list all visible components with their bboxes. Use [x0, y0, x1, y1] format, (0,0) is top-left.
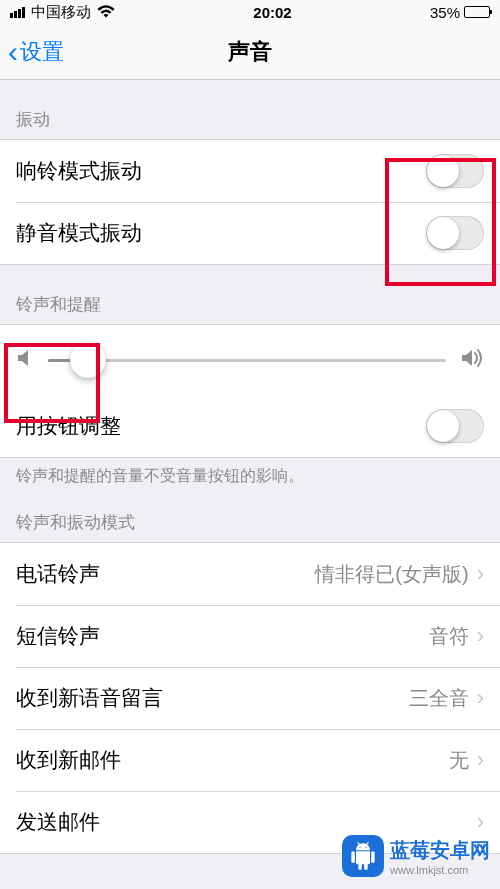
volume-high-icon [460, 348, 484, 372]
row-text-tone[interactable]: 短信铃声 音符 › [0, 605, 500, 667]
watermark: 蓝莓安卓网 www.lmkjst.com [342, 835, 490, 877]
chevron-right-icon: › [477, 561, 484, 587]
row-ringtone[interactable]: 电话铃声 情非得已(女声版) › [0, 543, 500, 605]
switch-change-with-buttons[interactable] [426, 409, 484, 443]
carrier-label: 中国移动 [31, 3, 91, 22]
cell-value: 音符 [429, 623, 469, 650]
chevron-left-icon: ‹ [8, 37, 18, 67]
status-bar: 中国移动 20:02 35% [0, 0, 500, 24]
row-new-mail[interactable]: 收到新邮件 无 › [0, 729, 500, 791]
cell-label: 收到新语音留言 [16, 684, 409, 712]
cell-label: 响铃模式振动 [16, 157, 426, 185]
chevron-right-icon: › [477, 747, 484, 773]
slider-thumb[interactable] [70, 342, 106, 378]
row-vibrate-on-silent[interactable]: 静音模式振动 [0, 202, 500, 264]
cell-label: 用按钮调整 [16, 412, 426, 440]
page-title: 声音 [228, 37, 272, 67]
row-vibrate-on-ring[interactable]: 响铃模式振动 [0, 140, 500, 202]
cell-label: 发送邮件 [16, 808, 469, 836]
chevron-right-icon: › [477, 809, 484, 835]
cell-label: 电话铃声 [16, 560, 315, 588]
ringer-group: 用按钮调整 [0, 324, 500, 458]
back-button[interactable]: ‹ 设置 [0, 37, 64, 67]
cell-label: 收到新邮件 [16, 746, 449, 774]
watermark-title: 蓝莓安卓网 [390, 839, 490, 861]
section-header-vibration: 振动 [0, 80, 500, 139]
battery-pct: 35% [430, 4, 460, 21]
chevron-right-icon: › [477, 685, 484, 711]
watermark-url: www.lmkjst.com [390, 864, 490, 876]
volume-slider[interactable] [48, 359, 446, 362]
back-label: 设置 [20, 37, 64, 67]
switch-vibrate-on-silent[interactable] [426, 216, 484, 250]
wifi-icon [97, 4, 115, 21]
cell-value: 情非得已(女声版) [315, 561, 468, 588]
patterns-group: 电话铃声 情非得已(女声版) › 短信铃声 音符 › 收到新语音留言 三全音 ›… [0, 542, 500, 854]
cell-value: 三全音 [409, 685, 469, 712]
nav-bar: ‹ 设置 声音 [0, 24, 500, 80]
battery-icon [464, 6, 490, 18]
switch-vibrate-on-ring[interactable] [426, 154, 484, 188]
cell-label: 静音模式振动 [16, 219, 426, 247]
row-new-voicemail[interactable]: 收到新语音留言 三全音 › [0, 667, 500, 729]
volume-low-icon [16, 348, 34, 372]
cell-value: 无 [449, 747, 469, 774]
clock: 20:02 [253, 4, 291, 21]
signal-icon [10, 7, 25, 18]
android-icon [342, 835, 384, 877]
chevron-right-icon: › [477, 623, 484, 649]
section-header-patterns: 铃声和振动模式 [0, 499, 500, 542]
row-change-with-buttons[interactable]: 用按钮调整 [0, 395, 500, 457]
cell-label: 短信铃声 [16, 622, 429, 650]
vibration-group: 响铃模式振动 静音模式振动 [0, 139, 500, 265]
section-header-ringer: 铃声和提醒 [0, 265, 500, 324]
section-footer-ringer: 铃声和提醒的音量不受音量按钮的影响。 [0, 458, 500, 499]
ringer-volume-slider-row [0, 325, 500, 395]
